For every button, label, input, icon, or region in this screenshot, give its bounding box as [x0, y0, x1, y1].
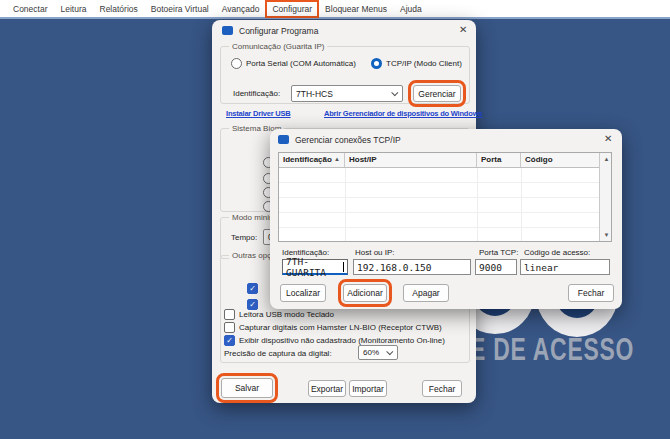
radio-tcpip[interactable]: TCP/IP (Modo Client)	[371, 58, 462, 69]
chevron-down-icon	[386, 348, 393, 355]
dialog1-titlebar: Configurar Programa ✕	[212, 20, 476, 42]
radio-circle-icon	[231, 58, 242, 69]
sort-asc-icon: ▲	[334, 156, 340, 162]
checkbox-capturar-digitais-label: Capturar digitais com Hamster LN-BIO (Re…	[239, 323, 442, 332]
localizar-button[interactable]: Localizar	[280, 284, 326, 302]
field-codigo-label: Código de acesso:	[524, 248, 590, 257]
checkbox-exibir-dispositivo-label: Exibir dispositivo não cadastrado (Monit…	[239, 336, 445, 345]
menu-avancado[interactable]: Avançado	[217, 2, 265, 16]
connections-table-body	[279, 168, 599, 241]
precisao-label: Precisão de captura da digital:	[224, 349, 332, 358]
codigo-acesso-input[interactable]: linear	[520, 259, 610, 275]
menu-bloquear-menus[interactable]: Bloquear Menus	[320, 2, 392, 16]
apagar-button[interactable]: Apagar	[403, 284, 449, 302]
chevron-down-icon	[391, 89, 398, 96]
tempo-label: Tempo:	[231, 233, 257, 242]
menu-conectar[interactable]: Conectar	[8, 2, 53, 16]
porta-tcp-input[interactable]: 9000	[475, 259, 517, 275]
checkbox-leitora-usb[interactable]: Leitora USB modo Teclado	[224, 309, 334, 320]
radio-selected-icon	[371, 58, 382, 69]
table-scrollbar[interactable]: ▲ ▼	[599, 153, 611, 241]
radio-porta-serial-label: Porta Serial (COM Automática)	[246, 59, 356, 68]
menu-botoeira-virtual[interactable]: Botoeira Virtual	[146, 2, 214, 16]
group-comunicacao-label: Comunicação (Guarita IP)	[229, 42, 327, 51]
watermark-text: E DE ACESSO	[470, 332, 634, 368]
menu-ajuda[interactable]: Ajuda	[395, 2, 427, 16]
checkbox-icon	[224, 309, 235, 320]
checkbox-icon	[224, 322, 235, 333]
check-icon: ✓	[224, 335, 235, 346]
salvar-button[interactable]: Salvar	[221, 378, 273, 398]
dialog2-titlebar: Gerenciar conexões TCP/IP ✕	[270, 129, 622, 151]
precisao-combo-value: 60%	[363, 348, 379, 357]
connections-table-main: Identificação ▲ Host/IP Porta Código	[279, 153, 599, 241]
check-icon: ✓	[247, 283, 258, 294]
identificacao-label: Identificação:	[233, 89, 280, 98]
close-icon[interactable]: ✕	[604, 134, 612, 144]
fechar-button-dialog2[interactable]: Fechar	[568, 284, 614, 302]
radio-tcpip-label: TCP/IP (Modo Client)	[386, 59, 462, 68]
connections-table-header: Identificação ▲ Host/IP Porta Código	[279, 153, 599, 168]
host-ip-input[interactable]: 192.168.0.150	[353, 259, 471, 275]
scroll-down-icon[interactable]: ▼	[600, 229, 613, 241]
connections-table[interactable]: Identificação ▲ Host/IP Porta Código	[278, 152, 612, 242]
checkbox-leitora-usb-label: Leitora USB modo Teclado	[239, 310, 334, 319]
importar-button[interactable]: Importar	[349, 380, 387, 397]
menu-leitura[interactable]: Leitura	[56, 2, 92, 16]
app-icon	[278, 135, 289, 144]
close-icon[interactable]: ✕	[459, 25, 467, 35]
precisao-combo[interactable]: 60%	[358, 345, 398, 360]
col-codigo[interactable]: Código	[521, 153, 599, 167]
dialog1-title: Configurar Programa	[239, 26, 318, 36]
group-comunicacao: Comunicação (Guarita IP) Porta Serial (C…	[220, 46, 470, 104]
field-host-label: Host ou IP:	[355, 248, 395, 257]
checkbox-oculta-1[interactable]: ✓	[247, 283, 258, 294]
gerenciar-button[interactable]: Gerenciar	[413, 85, 461, 102]
col-host-ip[interactable]: Host/IP	[345, 153, 477, 167]
scroll-up-icon[interactable]: ▲	[600, 153, 613, 165]
link-instalar-driver-usb[interactable]: Instalar Driver USB	[226, 109, 291, 118]
menu-bar: Conectar Leitura Relatórios Botoeira Vir…	[0, 0, 670, 17]
fechar-button-dialog1[interactable]: Fechar	[422, 380, 462, 397]
checkbox-capturar-digitais[interactable]: Capturar digitais com Hamster LN-BIO (Re…	[224, 322, 442, 333]
screen: Conectar Leitura Relatórios Botoeira Vir…	[0, 0, 670, 439]
link-abrir-gerenciador-dispositivos[interactable]: Abrir Gerenciador de dispositivos do Win…	[324, 109, 482, 118]
dialog-gerenciar-conexoes: Gerenciar conexões TCP/IP ✕ Identificaçã…	[270, 129, 622, 309]
col-identificacao[interactable]: Identificação ▲	[279, 153, 345, 167]
app-icon	[222, 26, 233, 35]
text-cursor	[343, 262, 344, 272]
radio-porta-serial[interactable]: Porta Serial (COM Automática)	[231, 58, 356, 69]
adicionar-button[interactable]: Adicionar	[343, 284, 387, 302]
menu-configurar[interactable]: Configurar	[267, 2, 317, 16]
col-porta[interactable]: Porta	[477, 153, 521, 167]
identificacao-combo[interactable]: 7TH-HCS	[291, 85, 403, 102]
identificacao-input[interactable]: 7TH-GUARITA	[282, 259, 348, 275]
dialog2-title: Gerenciar conexões TCP/IP	[295, 135, 401, 145]
checkbox-exibir-dispositivo[interactable]: ✓ Exibir dispositivo não cadastrado (Mon…	[224, 335, 445, 346]
field-porta-label: Porta TCP:	[479, 248, 518, 257]
identificacao-combo-value: 7TH-HCS	[296, 89, 333, 99]
exportar-button[interactable]: Exportar	[308, 380, 346, 397]
menu-relatorios[interactable]: Relatórios	[95, 2, 143, 16]
